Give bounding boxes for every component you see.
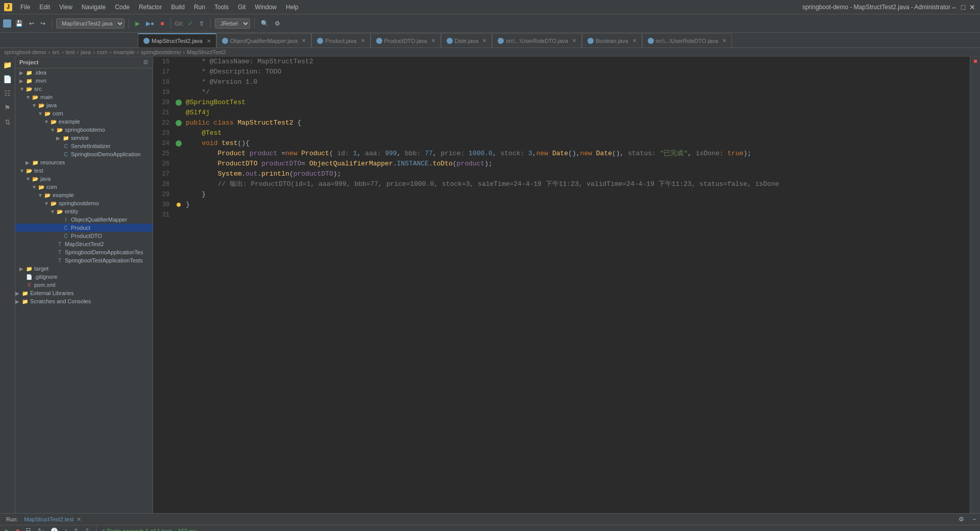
git-check-button[interactable]: ✓: [186, 19, 195, 28]
tree-springbootdemoapplicationtest[interactable]: T SpringbootDemoApplicationTes: [15, 248, 153, 256]
left-icon-commit[interactable]: 📄: [2, 73, 14, 85]
tree-mvn[interactable]: ▶ 📁 .mvn: [15, 77, 153, 85]
redo-button[interactable]: ↪: [38, 19, 47, 28]
code-area[interactable]: 16 * @ClassName: MapStructTest2 17 * @De…: [153, 57, 970, 513]
tab-date[interactable]: Date.java ✕: [441, 33, 492, 47]
run-gutter-icon[interactable]: [176, 100, 182, 106]
tree-productdto[interactable]: C ProductDTO: [15, 232, 153, 240]
run-button[interactable]: ▶: [133, 19, 142, 28]
tree-java-main[interactable]: ▼ 📂 java: [15, 101, 153, 109]
sort-alpha-button[interactable]: A↓: [35, 526, 46, 531]
menu-navigate[interactable]: Navigate: [78, 3, 110, 12]
tab-mapstructtest2[interactable]: MapStructTest2.java ✕: [138, 33, 216, 47]
tree-main[interactable]: ▼ 📂 main: [15, 93, 153, 101]
breadcrumb-mapstructtest2[interactable]: MapStructTest2: [187, 49, 226, 55]
sort-duration-button[interactable]: 🕐: [48, 526, 60, 531]
close-run-tab[interactable]: ✕: [77, 516, 81, 523]
toggle-tree-button[interactable]: ☷: [23, 526, 33, 531]
menu-window[interactable]: Window: [251, 3, 281, 12]
tree-scratches[interactable]: ▶ 📁 Scratches and Consoles: [15, 297, 153, 305]
tree-java-test[interactable]: ▼ 📂 java: [15, 175, 153, 183]
tree-com-main[interactable]: ▼ 📂 com: [15, 109, 153, 117]
tree-test-folder[interactable]: ▼ 📂 test: [15, 166, 153, 175]
stop-button[interactable]: ■: [158, 19, 166, 28]
menu-edit[interactable]: Edit: [35, 3, 54, 12]
menu-view[interactable]: View: [55, 3, 77, 12]
next-failure-button[interactable]: ⇩: [83, 526, 92, 531]
tab-objectqualifiermapper[interactable]: ObjectQualifierMapper.java ✕: [216, 33, 312, 47]
tab-close-8[interactable]: ✕: [722, 38, 726, 43]
project-dropdown[interactable]: MapStructTest2.java: [56, 18, 125, 29]
tree-objectqualifiermapper[interactable]: I ObjectQualifierMapper: [15, 215, 153, 224]
minimize-button[interactable]: –: [950, 4, 958, 11]
jrebel-dropdown[interactable]: JRebel: [215, 18, 250, 29]
menu-refactor[interactable]: Refactor: [135, 3, 166, 12]
settings-run-button[interactable]: ⚙: [954, 514, 968, 525]
tab-userroledto[interactable]: src\...\UserRoleDTO.java ✕: [492, 33, 582, 47]
tree-springbootdemo-main[interactable]: ▼ 📂 springbootdemo: [15, 126, 153, 134]
tree-src[interactable]: ▼ 📂 src: [15, 85, 153, 93]
tab-close-4[interactable]: ✕: [431, 38, 435, 43]
tree-springbootdemoapplication[interactable]: C SpringbootDemoApplication: [15, 150, 153, 158]
tree-service[interactable]: ▶ 📁 service: [15, 134, 153, 142]
tree-example-main[interactable]: ▼ 📂 example: [15, 117, 153, 126]
rerun-button[interactable]: ▶: [3, 526, 12, 531]
tab-product[interactable]: Product.java ✕: [311, 33, 370, 47]
tree-example-test[interactable]: ▼ 📂 example: [15, 191, 153, 199]
tree-springbootdemo-test[interactable]: ▼ 📂 springbootdemo: [15, 199, 153, 207]
tree-servletinitializer[interactable]: C ServletInitializer: [15, 142, 153, 150]
prev-failure-button[interactable]: ⇧: [71, 526, 81, 531]
tab-productdto[interactable]: ProductDTO.java ✕: [371, 33, 441, 47]
stop-test-button[interactable]: ■: [14, 526, 21, 531]
tab-boolean[interactable]: Boolean.java ✕: [582, 33, 642, 47]
menu-git[interactable]: Git: [234, 3, 250, 12]
menu-code[interactable]: Code: [111, 3, 134, 12]
tab-close-mapstructtest2[interactable]: ✕: [207, 38, 211, 44]
tree-product[interactable]: C Product: [15, 224, 153, 232]
tab-userroledto2[interactable]: src\...\UserRoleDTO.java ✕: [642, 33, 732, 47]
breadcrumb-src[interactable]: src: [52, 49, 60, 55]
left-icon-structure[interactable]: ☷: [2, 87, 14, 100]
run-gutter-icon-3[interactable]: [176, 140, 182, 147]
breadcrumb-springboot-demo[interactable]: springboot-demo: [4, 49, 46, 55]
save-button[interactable]: 💾: [13, 19, 25, 28]
tree-resources[interactable]: ▶ 📁 resources: [15, 158, 153, 166]
menu-run[interactable]: Run: [190, 3, 209, 12]
tree-external-libraries[interactable]: ▶ 📁 External Libraries: [15, 289, 153, 297]
project-settings-icon[interactable]: ⚙: [143, 59, 149, 66]
tree-pomxml[interactable]: X pom.xml: [15, 281, 153, 289]
menu-file[interactable]: File: [16, 3, 34, 12]
tree-entity[interactable]: ▼ 📂 entity: [15, 207, 153, 215]
menu-build[interactable]: Build: [167, 3, 189, 12]
left-icon-project[interactable]: 📁: [2, 59, 14, 71]
tree-com-test[interactable]: ▼ 📂 com: [15, 183, 153, 191]
tree-target[interactable]: ▶ 📁 target: [15, 264, 153, 273]
close-run-panel[interactable]: −: [968, 514, 980, 525]
tab-close-7[interactable]: ✕: [632, 38, 636, 43]
tree-mapstructtest2[interactable]: T MapStructTest2: [15, 240, 153, 248]
close-button[interactable]: ✕: [969, 4, 976, 11]
tree-idea[interactable]: ▶ 📁 .idea: [15, 68, 153, 77]
breadcrumb-springbootdemo[interactable]: springbootdemo: [141, 49, 181, 55]
git-push-button[interactable]: ⇧: [197, 19, 206, 28]
search-button[interactable]: 🔍: [259, 19, 271, 28]
undo-button[interactable]: ↩: [27, 19, 36, 28]
breadcrumb-test[interactable]: test: [66, 49, 75, 55]
tab-close-2[interactable]: ✕: [302, 38, 306, 43]
left-icon-bookmarks[interactable]: ⚑: [2, 102, 14, 114]
tab-close-6[interactable]: ✕: [572, 38, 576, 43]
expand-all-button[interactable]: ↕: [62, 526, 69, 531]
tab-close-5[interactable]: ✕: [482, 38, 486, 43]
tree-gitignore[interactable]: 📄 .gitignore: [15, 273, 153, 281]
debug-button[interactable]: ▶●: [144, 19, 156, 28]
menu-help[interactable]: Help: [282, 3, 303, 12]
breadcrumb-example[interactable]: example: [113, 49, 135, 55]
maximize-button[interactable]: □: [960, 4, 967, 11]
tab-close-3[interactable]: ✕: [361, 38, 365, 43]
breadcrumb-com[interactable]: com: [97, 49, 108, 55]
left-icon-git[interactable]: ⇅: [2, 116, 14, 128]
menu-tools[interactable]: Tools: [210, 3, 233, 12]
tree-springboottestapplication[interactable]: T SpringbootTestApplicationTests: [15, 256, 153, 264]
settings-button[interactable]: ⚙: [273, 19, 282, 28]
run-gutter-icon-2[interactable]: [176, 120, 182, 126]
